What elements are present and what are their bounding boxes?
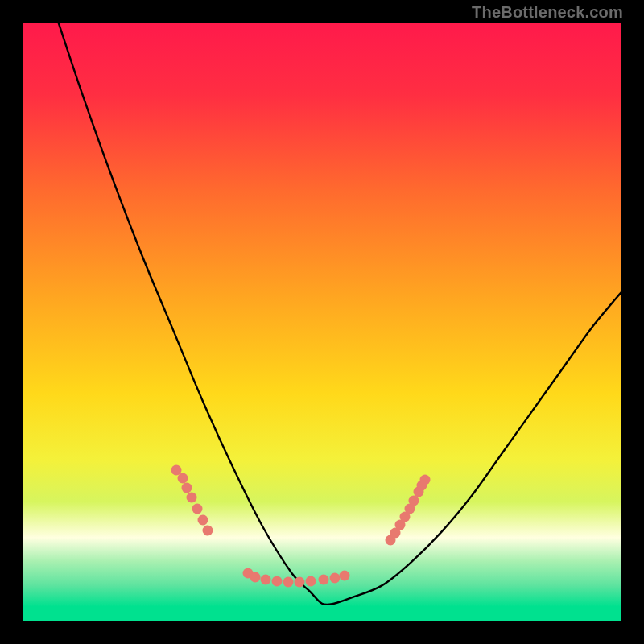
watermark-text: TheBottleneck.com: [472, 3, 623, 22]
curve-marker: [295, 577, 305, 588]
curve-marker: [319, 575, 329, 585]
curve-marker: [340, 571, 350, 581]
curve-marker: [178, 473, 188, 484]
curve-marker: [182, 483, 192, 493]
curve-marker: [420, 475, 431, 485]
marker-group: [171, 465, 431, 588]
curve-marker: [198, 515, 208, 526]
curve-marker: [250, 572, 261, 583]
curve-marker: [409, 496, 419, 506]
curve-marker: [192, 504, 203, 514]
curve-marker: [272, 576, 283, 587]
curve-marker: [187, 493, 197, 503]
curve-marker: [261, 575, 271, 585]
curve-marker: [203, 526, 213, 536]
bottleneck-curve: [59, 23, 621, 605]
curve-marker: [330, 573, 341, 584]
curve-marker: [306, 576, 316, 587]
plot-area: [23, 23, 621, 621]
curve-marker: [283, 577, 294, 588]
chart-svg: [23, 23, 621, 621]
